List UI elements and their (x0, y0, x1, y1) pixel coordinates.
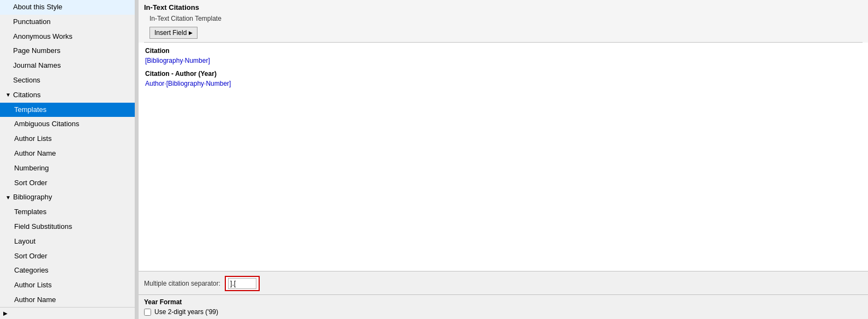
sidebar-item-bibliography[interactable]: ▼Bibliography (0, 190, 135, 205)
spacer-icon (4, 62, 12, 70)
sidebar-item-label-author-lists: Author Lists (14, 133, 52, 145)
sidebar-scroll[interactable]: About this StylePunctuationAnonymous Wor… (0, 0, 135, 307)
sidebar-item-journal-names[interactable]: Journal Names (0, 58, 135, 73)
sidebar-item-author-name-bib[interactable]: Author Name (0, 293, 135, 307)
separator-row: Multiple citation separator: (139, 271, 868, 294)
sidebar-item-label-anonymous-works: Anonymous Works (13, 31, 73, 43)
insert-field-button[interactable]: Insert Field ▶ (149, 27, 197, 39)
sidebar-item-punctuation[interactable]: Punctuation (0, 15, 135, 29)
sidebar-item-about-this-style[interactable]: About this Style (0, 0, 135, 15)
sidebar-item-anonymous-works[interactable]: Anonymous Works (0, 29, 135, 44)
sidebar-item-label-categories: Categories (14, 265, 49, 276)
sidebar-item-label-citations: Citations (13, 90, 41, 101)
bottom-section: Multiple citation separator: (139, 271, 868, 294)
year-format-section: Year Format Use 2-digit years ('99) (139, 294, 868, 319)
main-content: In-Text Citations In-Text Citation Templ… (139, 0, 868, 319)
spacer-icon (4, 76, 12, 84)
insert-field-row: Insert Field ▶ (139, 25, 868, 42)
insert-field-label: Insert Field (154, 29, 187, 37)
sidebar-bottom: ▶ (0, 307, 135, 319)
spacer-icon (4, 33, 12, 40)
section-title: In-Text Citations (139, 0, 868, 14)
sidebar-item-numbering[interactable]: Numbering (0, 161, 135, 176)
sidebar: About this StylePunctuationAnonymous Wor… (0, 0, 135, 319)
sidebar-item-label-journal-names: Journal Names (13, 60, 61, 72)
spacer-icon (4, 48, 12, 55)
sidebar-item-author-lists[interactable]: Author Lists (0, 132, 135, 146)
year-format-checkbox-label: Use 2-digit years ('99) (154, 308, 218, 316)
year-format-checkbox[interactable] (144, 309, 151, 316)
sidebar-item-label-ambiguous-citations: Ambiguous Citations (14, 119, 79, 130)
sidebar-item-label-page-numbers: Page Numbers (13, 45, 61, 57)
sidebar-item-field-substitutions[interactable]: Field Substitutions (0, 220, 135, 234)
sidebar-item-label-sort-order-bib: Sort Order (14, 251, 47, 262)
sidebar-item-label-templates-bib: Templates (14, 206, 46, 218)
template-value-1: Author·[Bibliography·Number] (145, 80, 861, 87)
sidebar-item-label-sections: Sections (13, 75, 40, 86)
sidebar-item-sections[interactable]: Sections (0, 73, 135, 88)
sidebar-item-label-punctuation: Punctuation (13, 16, 51, 28)
spacer-icon (4, 18, 12, 26)
sidebar-item-layout[interactable]: Layout (0, 234, 135, 249)
sidebar-item-label-author-lists-bib: Author Lists (14, 280, 52, 291)
separator-input[interactable] (228, 278, 256, 289)
spacer-icon (4, 3, 12, 11)
sidebar-item-label-numbering: Numbering (14, 163, 49, 174)
expand-icon-citations: ▼ (4, 91, 12, 99)
sidebar-item-ambiguous-citations[interactable]: Ambiguous Citations (0, 117, 135, 132)
sidebar-item-label-author-name-bib: Author Name (14, 294, 56, 306)
expand-icon-bibliography: ▼ (4, 194, 12, 202)
sidebar-expand-arrow[interactable]: ▶ (0, 308, 11, 319)
sidebar-item-label-bibliography: Bibliography (13, 192, 52, 203)
sidebar-item-categories[interactable]: Categories (0, 263, 135, 278)
sidebar-item-sort-order-cit[interactable]: Sort Order (0, 176, 135, 191)
year-format-checkbox-row: Use 2-digit years ('99) (144, 308, 863, 316)
subsection-title: In-Text Citation Template (139, 14, 868, 25)
template-label-1: Citation - Author (Year) (145, 70, 861, 78)
sidebar-item-label-about-this-style: About this Style (13, 2, 62, 13)
sidebar-item-page-numbers[interactable]: Page Numbers (0, 44, 135, 58)
sidebar-item-sort-order-bib[interactable]: Sort Order (0, 249, 135, 264)
sidebar-item-label-templates: Templates (14, 104, 46, 116)
sidebar-item-citations[interactable]: ▼Citations (0, 88, 135, 103)
year-format-label: Year Format (144, 298, 863, 306)
separator-input-wrapper (225, 276, 260, 291)
dropdown-arrow-icon: ▶ (189, 30, 193, 36)
sidebar-item-label-layout: Layout (14, 236, 35, 247)
template-label-0: Citation (145, 47, 861, 55)
sidebar-item-templates[interactable]: Templates (0, 103, 135, 117)
separator-label: Multiple citation separator: (144, 280, 220, 287)
sidebar-item-label-author-name: Author Name (14, 148, 56, 160)
sidebar-item-author-name[interactable]: Author Name (0, 146, 135, 161)
template-value-0: [Bibliography·Number] (145, 57, 861, 64)
sidebar-item-templates-bib[interactable]: Templates (0, 205, 135, 220)
sidebar-item-label-sort-order-cit: Sort Order (14, 178, 47, 189)
template-area: Citation[Bibliography·Number]Citation - … (139, 43, 868, 271)
sidebar-item-label-field-substitutions: Field Substitutions (14, 221, 72, 233)
sidebar-item-author-lists-bib[interactable]: Author Lists (0, 278, 135, 293)
